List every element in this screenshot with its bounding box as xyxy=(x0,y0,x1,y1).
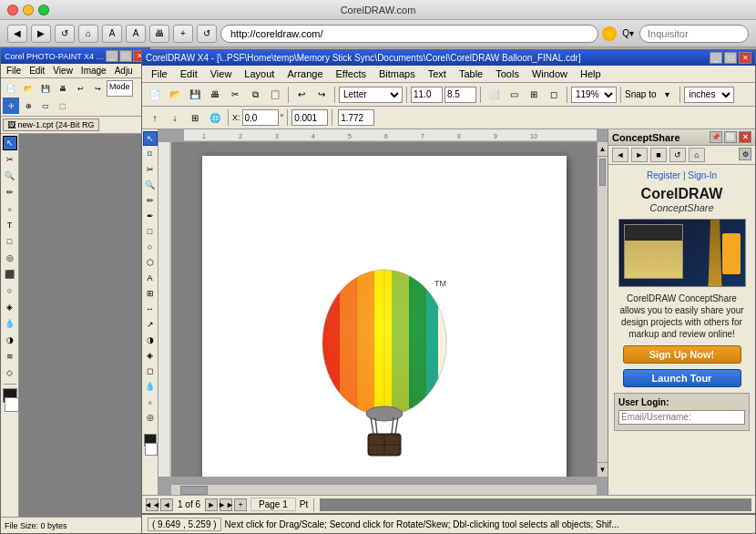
tool-ellipse[interactable]: ○ xyxy=(143,240,158,254)
cs-register-link[interactable]: Register | Sign-In xyxy=(647,170,717,180)
mac-maximize-button[interactable] xyxy=(38,5,49,15)
nav-home-button[interactable]: ⌂ xyxy=(78,25,98,43)
nav-print-button[interactable]: 🖶 xyxy=(149,25,169,43)
tool-colordrops[interactable]: 💧 xyxy=(143,379,158,394)
page-last-btn[interactable]: ►► xyxy=(220,498,232,511)
tb2-app[interactable]: ⊞ xyxy=(186,108,204,127)
tb-open[interactable]: 📂 xyxy=(166,86,184,104)
page-add-btn[interactable]: + xyxy=(234,498,247,511)
tb-object[interactable]: ◻ xyxy=(545,86,563,104)
tb-cut[interactable]: ✂ xyxy=(226,86,244,104)
tb-zoom-select[interactable]: 119% xyxy=(571,87,617,103)
tool-connector[interactable]: ↗ xyxy=(143,317,158,332)
tb-grid[interactable]: ⊞ xyxy=(525,86,543,104)
cs-tour-button[interactable]: Launch Tour xyxy=(623,369,741,387)
scroll-thumb[interactable] xyxy=(599,159,606,186)
cpp-undo-btn[interactable]: ↩ xyxy=(72,80,88,97)
tb-snap-btn[interactable]: ▾ xyxy=(658,86,676,104)
tb-width-input[interactable] xyxy=(411,87,443,103)
cs-email-input[interactable] xyxy=(618,410,745,425)
search-input[interactable] xyxy=(639,25,749,43)
scroll-h-thumb[interactable] xyxy=(180,486,208,495)
tb-units-select[interactable]: inches xyxy=(684,87,734,103)
cdr-menu-window[interactable]: Window xyxy=(526,67,573,81)
nav-new-tab-button[interactable]: + xyxy=(173,25,193,43)
tool-blend[interactable]: ◑ xyxy=(143,333,158,347)
nav-refresh-button[interactable]: ↺ xyxy=(55,25,75,43)
cs-settings-btn[interactable]: ⚙ xyxy=(739,148,751,160)
tool-drop-shadow[interactable]: ◈ xyxy=(143,348,158,363)
tool-select[interactable]: ↖ xyxy=(143,131,158,146)
cdr-canvas-area[interactable]: 1 2 3 4 5 6 7 8 9 10 xyxy=(158,129,608,495)
scroll-up-btn[interactable]: ▲ xyxy=(598,142,608,157)
cpp-redo-btn[interactable]: ↪ xyxy=(89,80,106,97)
cpp-background-color[interactable] xyxy=(5,397,19,412)
cpp-tool-eraser[interactable]: ⬛ xyxy=(3,267,17,282)
cdr-menu-view[interactable]: View xyxy=(205,67,238,81)
tool-transparency[interactable]: ◻ xyxy=(143,364,158,378)
horizontal-scrollbar[interactable] xyxy=(171,484,597,495)
cpp-tool-text[interactable]: T xyxy=(3,218,17,232)
scroll-down-btn[interactable]: ▼ xyxy=(598,462,608,477)
tb-print[interactable]: 🖶 xyxy=(206,86,224,104)
cs-pin-btn[interactable]: 📌 xyxy=(710,131,722,143)
mac-window-controls[interactable] xyxy=(7,5,49,15)
cpp-mode-selector[interactable]: Mode xyxy=(107,80,133,97)
tb-landscape[interactable]: ▭ xyxy=(505,86,523,104)
tb-new[interactable]: 📄 xyxy=(146,86,164,104)
url-input[interactable] xyxy=(220,25,598,43)
cdr-menu-layout[interactable]: Layout xyxy=(239,67,280,81)
page-first-btn[interactable]: ◄◄ xyxy=(146,498,158,511)
page-label[interactable]: Page 1 xyxy=(250,498,296,511)
cpp-canvas[interactable]: ↖ ✂ 🔍 ✏ ⬦ T □ ◎ ⬛ ○ ◈ 💧 ◑ ≋ ◇ xyxy=(1,134,149,517)
tb2-nudge-input[interactable] xyxy=(291,109,328,126)
cdr-menu-bitmaps[interactable]: Bitmaps xyxy=(373,67,421,81)
cpp-tool-sharpen[interactable]: ◇ xyxy=(3,365,17,380)
tool-smartdraw[interactable]: ✒ xyxy=(143,209,158,223)
tool-zoom[interactable]: 🔍 xyxy=(143,178,158,192)
mac-close-button[interactable] xyxy=(7,5,18,15)
tb-save[interactable]: 💾 xyxy=(186,86,204,104)
tb-paste[interactable]: 📋 xyxy=(266,86,284,104)
tool-shape[interactable]: ⌑ xyxy=(143,147,158,161)
tb2-publish[interactable]: 🌐 xyxy=(206,108,224,127)
cpp-print-btn[interactable]: 🖶 xyxy=(55,80,71,97)
cpp-tool-color[interactable]: ◈ xyxy=(3,300,17,314)
cpp-save-btn[interactable]: 💾 xyxy=(37,80,54,97)
tool-crop[interactable]: ✂ xyxy=(143,162,158,177)
cdr-minimize-btn[interactable]: _ xyxy=(710,52,722,64)
tool-poly[interactable]: ⬡ xyxy=(143,255,158,270)
cs-back-btn[interactable]: ◄ xyxy=(612,148,628,162)
cpp-tool-eyedrop[interactable]: 💧 xyxy=(3,316,17,331)
cpp-menu-edit[interactable]: Edit xyxy=(26,65,48,77)
cs-home-btn[interactable]: ⌂ xyxy=(689,148,705,162)
mac-minimize-button[interactable] xyxy=(23,5,34,15)
cpp-tool2[interactable]: ⊕ xyxy=(20,98,36,114)
nav-forward-button[interactable]: ▶ xyxy=(31,25,51,43)
tool-text[interactable]: A xyxy=(143,271,158,285)
cdr-menu-arrange[interactable]: Arrange xyxy=(281,67,328,81)
cs-signup-button[interactable]: Sign Up Now! xyxy=(623,345,741,364)
cdr-window-controls[interactable]: _ □ ✕ xyxy=(710,52,751,64)
nav-font-button[interactable]: A xyxy=(126,25,146,43)
tb2-export[interactable]: ↓ xyxy=(166,108,184,127)
cdr-menu-tools[interactable]: Tools xyxy=(490,67,525,81)
cpp-move-tool[interactable]: ✛ xyxy=(3,98,19,114)
tb-portrait[interactable]: ⬜ xyxy=(485,86,503,104)
background-color-swatch[interactable] xyxy=(145,443,158,456)
cdr-menu-table[interactable]: Table xyxy=(454,67,488,81)
tool-fill[interactable]: ⬦ xyxy=(143,395,158,409)
tb-height-input[interactable] xyxy=(444,87,476,103)
cpp-tool-brush[interactable]: ✏ xyxy=(3,185,17,200)
cpp-menu-file[interactable]: File xyxy=(3,65,25,77)
cdr-maximize-btn[interactable]: □ xyxy=(724,52,737,64)
tb-undo[interactable]: ↩ xyxy=(292,86,311,104)
nav-back-button[interactable]: ◀ xyxy=(7,25,27,43)
canvas-scroll-area[interactable]: TM xyxy=(171,142,597,477)
vertical-scrollbar[interactable]: ▲ ▼ xyxy=(597,142,608,477)
tb2-x-input[interactable] xyxy=(242,109,279,126)
tool-table[interactable]: ⊞ xyxy=(143,286,158,301)
cpp-tool-zoom[interactable]: 🔍 xyxy=(3,169,17,183)
cdr-menu-text[interactable]: Text xyxy=(423,67,452,81)
cpp-open-btn[interactable]: 📂 xyxy=(20,80,36,97)
